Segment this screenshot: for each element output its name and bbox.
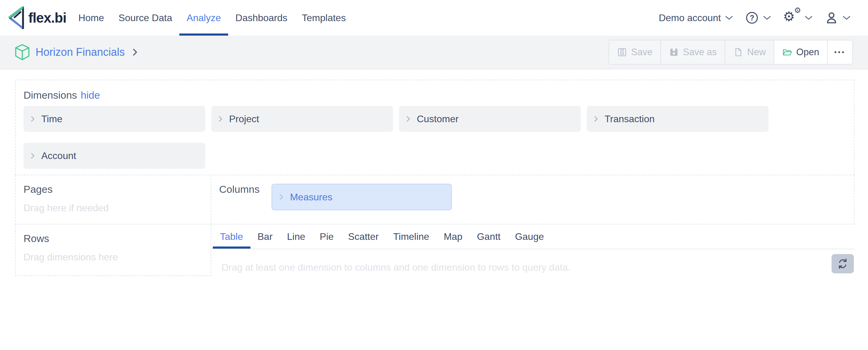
view-tab[interactable]: Scatter: [341, 225, 386, 249]
pages-title: Pages: [24, 183, 203, 195]
brand-name: flex.bi: [28, 10, 66, 26]
chevron-right-icon: [279, 194, 283, 200]
save-as-button-label: Save as: [683, 47, 717, 58]
open-button[interactable]: Open: [774, 40, 827, 64]
dimension-chip[interactable]: Customer: [399, 106, 581, 132]
new-button[interactable]: New: [724, 40, 774, 64]
dimension-chip-label: Time: [41, 113, 62, 125]
dimension-chip-label: Transaction: [604, 113, 655, 125]
save-as-icon: [669, 47, 679, 57]
view-tab[interactable]: Gauge: [508, 225, 551, 249]
user-menu[interactable]: [825, 11, 850, 25]
refresh-icon: [837, 258, 849, 270]
chevron-down-icon: [763, 16, 771, 20]
report-set-link[interactable]: Horizon Financials: [36, 46, 125, 59]
measures-chip-label: Measures: [290, 192, 333, 203]
empty-result-message: Drag at least one dimension to columns a…: [221, 262, 855, 273]
dimensions-header: Dimensionshide: [24, 89, 846, 101]
account-menu[interactable]: Demo account: [659, 12, 733, 24]
nav-link[interactable]: Source Data: [111, 0, 179, 36]
columns-chips: Measures: [272, 183, 452, 210]
new-file-icon: [733, 47, 743, 57]
columns-title: Columns: [219, 183, 259, 195]
view-tab[interactable]: Map: [436, 225, 470, 249]
nav-link[interactable]: Templates: [295, 0, 353, 36]
nav-link[interactable]: Dashboards: [228, 0, 295, 36]
flex-bi-logo-icon: [7, 5, 25, 31]
view-tab[interactable]: Line: [280, 225, 313, 249]
dimension-chip[interactable]: Project: [211, 106, 393, 132]
rows-title: Rows: [24, 232, 203, 244]
ellipsis-icon: •••: [834, 48, 846, 56]
dimension-chip[interactable]: Account: [24, 143, 205, 169]
rows-placeholder: Drag dimensions here: [24, 252, 203, 263]
chevron-right-icon: [406, 116, 410, 122]
view-tabs: TableBarLinePieScatterTimelineMapGanttGa…: [211, 225, 855, 249]
new-button-label: New: [747, 47, 766, 58]
chevron-down-icon: [725, 16, 733, 20]
save-button-label: Save: [631, 47, 652, 58]
save-as-button[interactable]: Save as: [660, 40, 724, 64]
dimension-chips: Time Project Customer Transaction Accoun…: [24, 106, 846, 169]
gears-icon: ⚙⚙: [783, 10, 801, 26]
dimension-chip-label: Customer: [417, 113, 459, 125]
help-icon: ?: [745, 11, 759, 25]
more-actions-button[interactable]: •••: [827, 40, 852, 64]
dimension-chip[interactable]: Time: [24, 106, 205, 132]
dimensions-section: Dimensionshide Time Project Customer Tra…: [15, 80, 855, 175]
view-tab[interactable]: Gantt: [470, 225, 507, 249]
cube-icon: [15, 44, 30, 60]
report-toolbar: Save Save as New Open •••: [609, 40, 853, 64]
view-tab[interactable]: Bar: [250, 225, 280, 249]
chevron-right-icon: [133, 48, 137, 56]
chevron-right-icon: [31, 152, 35, 159]
dimension-chip[interactable]: Transaction: [587, 106, 769, 132]
analyze-panel: Dimensionshide Time Project Customer Tra…: [15, 80, 855, 276]
refresh-button[interactable]: [832, 254, 854, 273]
brand[interactable]: flex.bi: [7, 5, 66, 31]
chevron-right-icon: [218, 116, 222, 122]
dimension-chip-label: Account: [41, 150, 76, 162]
hide-dimensions-link[interactable]: hide: [81, 89, 100, 101]
columns-drop-area[interactable]: Columns Measures: [211, 175, 854, 224]
main-nav: HomeSource DataAnalyzeDashboardsTemplate…: [71, 0, 353, 36]
open-folder-icon: [782, 47, 792, 57]
result-area: TableBarLinePieScatterTimelineMapGanttGa…: [211, 225, 855, 276]
nav-link[interactable]: Home: [71, 0, 111, 36]
pages-placeholder: Drag here if needed: [24, 202, 203, 214]
save-icon: [617, 47, 627, 57]
svg-text:?: ?: [749, 13, 754, 22]
nav-link[interactable]: Analyze: [179, 0, 228, 36]
chevron-down-icon: [843, 16, 850, 20]
dimensions-title: Dimensions: [24, 89, 77, 101]
navbar-right: Demo account ? ⚙⚙: [659, 10, 868, 26]
view-tab[interactable]: Timeline: [386, 225, 436, 249]
view-tab[interactable]: Pie: [313, 225, 341, 249]
rows-results-row: Rows Drag dimensions here TableBarLinePi…: [15, 225, 855, 276]
pages-drop-area[interactable]: Pages Drag here if needed: [16, 175, 211, 224]
breadcrumb: Horizon Financials: [15, 44, 137, 60]
settings-menu[interactable]: ⚙⚙: [783, 10, 812, 26]
chevron-down-icon: [805, 16, 812, 20]
chevron-right-icon: [594, 116, 598, 122]
chevron-right-icon: [31, 116, 35, 122]
top-navbar: flex.bi HomeSource DataAnalyzeDashboards…: [0, 0, 868, 36]
dimension-chip-label: Project: [229, 113, 259, 125]
view-tab[interactable]: Table: [213, 225, 250, 249]
account-menu-label: Demo account: [659, 12, 721, 24]
open-button-label: Open: [796, 47, 819, 58]
pages-columns-row: Pages Drag here if needed Columns Measur…: [15, 175, 855, 225]
person-icon: [825, 11, 838, 25]
measures-chip[interactable]: Measures: [272, 184, 452, 210]
help-menu[interactable]: ?: [745, 11, 771, 25]
report-header-bar: Horizon Financials Save Save as: [0, 36, 868, 69]
rows-drop-area[interactable]: Rows Drag dimensions here: [15, 225, 211, 276]
save-button[interactable]: Save: [609, 40, 660, 64]
